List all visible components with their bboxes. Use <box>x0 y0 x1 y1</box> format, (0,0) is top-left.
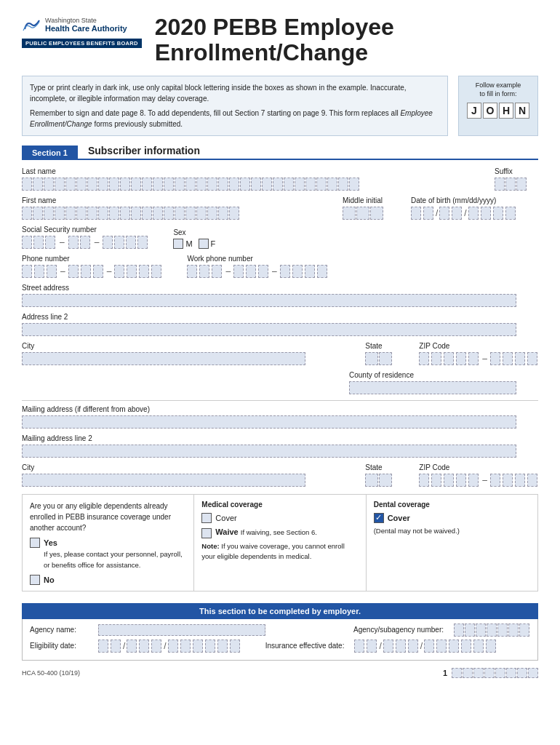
logo-banner: PUBLIC EMPLOYEES BENEFITS BOARD <box>22 39 142 48</box>
last-name-cell-8[interactable] <box>98 178 108 191</box>
suffix-input[interactable] <box>495 178 538 191</box>
middle-initial-label: Middle initial <box>343 196 401 204</box>
ins-eff-input[interactable]: / / <box>354 640 497 653</box>
last-name-cell-15[interactable] <box>175 178 185 191</box>
example-letter-o: O <box>483 103 497 119</box>
last-name-cell-1[interactable] <box>22 178 32 191</box>
medical-waive-checkbox[interactable] <box>201 528 212 538</box>
middle-initial-input[interactable] <box>343 207 401 220</box>
last-name-cell-18[interactable] <box>207 178 217 191</box>
mail-state-input[interactable] <box>365 474 409 487</box>
medical-label: Medical coverage <box>201 501 358 509</box>
suffix-group: Suffix <box>495 167 538 191</box>
addr2-input[interactable] <box>22 323 538 336</box>
last-name-cell-29[interactable] <box>327 178 337 191</box>
no-option[interactable]: No <box>30 575 186 585</box>
agency-name-input[interactable] <box>98 624 336 636</box>
mail-city-state-row: City State ZIP Code <box>22 463 538 487</box>
last-name-cell-13[interactable] <box>153 178 163 191</box>
last-name-cell-19[interactable] <box>218 178 228 191</box>
dob-input[interactable]: / / <box>411 207 538 220</box>
enrolled-question-col: Are you or any eligible dependents alrea… <box>23 495 193 591</box>
example-letter-h: H <box>499 103 513 119</box>
county-input[interactable] <box>349 381 538 394</box>
last-name-cell-4[interactable] <box>55 178 65 191</box>
mail-zip-input[interactable]: – <box>419 474 538 487</box>
dental-cover-checkbox[interactable] <box>374 513 384 523</box>
waive-option[interactable]: Waive If waiving, see Section 6. <box>201 527 358 538</box>
first-name-row: First name <box>22 196 538 220</box>
last-name-cell-7[interactable] <box>87 178 97 191</box>
no-checkbox[interactable] <box>30 575 40 585</box>
cover-option[interactable]: Cover <box>201 513 358 523</box>
last-name-cell-5[interactable] <box>65 178 76 191</box>
last-name-cell-26[interactable] <box>295 178 305 191</box>
mailing2-input[interactable] <box>22 445 538 458</box>
last-name-cell-24[interactable] <box>273 178 283 191</box>
last-name-cell-6[interactable] <box>76 178 87 191</box>
last-name-input[interactable] <box>22 178 484 191</box>
medical-cover-checkbox[interactable] <box>201 513 212 523</box>
street-input[interactable] <box>22 294 538 307</box>
work-phone-input[interactable]: – – <box>187 265 327 278</box>
mail-city-input[interactable] <box>22 474 355 487</box>
dental-cover-option[interactable]: Cover <box>374 513 530 523</box>
last-name-cell-11[interactable] <box>131 178 141 191</box>
hca-logo-icon <box>22 15 42 35</box>
suffix-cell-1[interactable] <box>495 178 505 191</box>
suffix-cell-3[interactable] <box>516 178 527 191</box>
last-name-cell-10[interactable] <box>120 178 130 191</box>
last-name-cell-25[interactable] <box>284 178 294 191</box>
mailing-input[interactable] <box>22 415 538 429</box>
sex-group: Sex M F <box>173 228 215 249</box>
mail-city-group: City <box>22 463 355 487</box>
yes-option[interactable]: Yes <box>30 538 186 548</box>
county-row: County of residence <box>22 371 538 394</box>
last-name-cell-22[interactable] <box>251 178 261 191</box>
zip-input[interactable]: – <box>419 352 538 365</box>
street-group: Street address <box>22 284 538 307</box>
addr2-group: Address line 2 <box>22 313 538 336</box>
state-input[interactable] <box>365 352 409 365</box>
last-name-cell-30[interactable] <box>338 178 348 191</box>
last-name-cell-14[interactable] <box>164 178 174 191</box>
employer-section-header: This section to be completed by employer… <box>22 603 538 619</box>
last-name-cell-16[interactable] <box>185 178 196 191</box>
phone-input[interactable]: – – <box>22 265 162 278</box>
city-input[interactable] <box>22 352 355 365</box>
logo-ws-text: Washington State <box>45 17 127 24</box>
mailing2-group: Mailing address line 2 <box>22 434 538 458</box>
yes-label: Yes <box>44 538 57 547</box>
last-name-cell-9[interactable] <box>109 178 119 191</box>
sex-f-checkbox[interactable] <box>199 239 209 249</box>
last-name-cell-23[interactable] <box>262 178 272 191</box>
last-name-cell-17[interactable] <box>196 178 207 191</box>
agency-num-label: Agency/subagency number: <box>353 626 444 634</box>
sex-m-checkbox[interactable] <box>173 239 183 249</box>
example-box: Follow exampleto fill in form: J O H N <box>458 76 538 136</box>
first-name-input[interactable] <box>22 207 332 220</box>
middle-initial-group: Middle initial <box>343 196 401 220</box>
suffix-cell-2[interactable] <box>505 178 516 191</box>
street-label: Street address <box>22 284 538 292</box>
section1-badge: Section 1 <box>22 146 78 160</box>
ssn-input[interactable]: – – <box>22 236 148 249</box>
agency-num-input[interactable] <box>454 624 530 637</box>
section1-header: Section 1 Subscriber information <box>22 145 538 160</box>
last-name-cell-2[interactable] <box>33 178 43 191</box>
last-name-cell-31[interactable] <box>349 178 359 191</box>
sex-m-option[interactable]: M <box>173 239 192 249</box>
last-name-cell-20[interactable] <box>229 178 239 191</box>
last-name-cell-21[interactable] <box>240 178 250 191</box>
ssn-group: Social Security number – – <box>22 226 148 249</box>
yes-checkbox[interactable] <box>30 538 40 548</box>
phone-label: Phone number <box>22 255 162 263</box>
last-name-cell-27[interactable] <box>305 178 316 191</box>
last-name-cell-28[interactable] <box>316 178 327 191</box>
last-name-cell-3[interactable] <box>44 178 54 191</box>
sex-f-option[interactable]: F <box>199 239 216 249</box>
section1-title: Subscriber information <box>78 145 538 160</box>
mailing-label: Mailing address (if different from above… <box>22 405 538 413</box>
elig-date-input[interactable]: / / <box>98 640 241 653</box>
last-name-cell-12[interactable] <box>142 178 152 191</box>
